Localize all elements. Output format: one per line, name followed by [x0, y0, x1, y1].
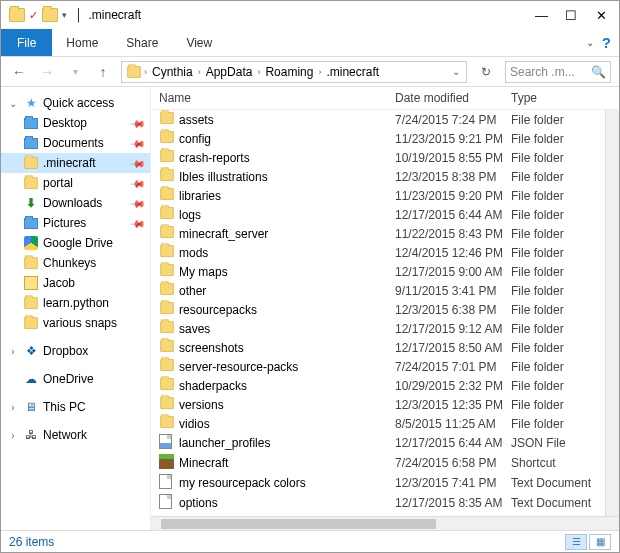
breadcrumb-item[interactable]: Roaming: [260, 65, 318, 79]
file-type: File folder: [511, 341, 597, 355]
chevron-right-icon[interactable]: ›: [7, 346, 19, 357]
sidebar-item[interactable]: Documents📌: [1, 133, 150, 153]
sidebar-dropbox[interactable]: › ❖ Dropbox: [1, 341, 150, 361]
file-row[interactable]: Minecraft7/24/2015 6:58 PMShortcut: [151, 453, 605, 473]
file-list[interactable]: assets7/24/2015 7:24 PMFile folderconfig…: [151, 110, 605, 516]
folder-icon: [160, 359, 174, 371]
details-view-button[interactable]: ☰: [565, 534, 587, 550]
file-row[interactable]: config11/23/2015 9:21 PMFile folder: [151, 129, 605, 148]
pin-icon: 📌: [130, 175, 146, 191]
file-date: 11/22/2015 8:43 PM: [395, 227, 511, 241]
text-file-icon: [159, 474, 172, 489]
window-title: .minecraft: [89, 8, 536, 22]
sidebar-item[interactable]: Chunkeys: [1, 253, 150, 273]
address-bar[interactable]: › Cynthia › AppData › Roaming › .minecra…: [121, 61, 467, 83]
minimize-button[interactable]: ―: [535, 8, 547, 23]
chevron-right-icon[interactable]: ›: [7, 430, 19, 441]
pin-icon: 📌: [130, 135, 146, 151]
file-type: Shortcut: [511, 456, 597, 470]
file-row[interactable]: resourcepacks12/3/2015 6:38 PMFile folde…: [151, 300, 605, 319]
file-name: My maps: [179, 265, 395, 279]
column-date[interactable]: Date modified: [395, 91, 511, 105]
status-bar: 26 items ☰ ▦: [1, 530, 619, 552]
sidebar-quick-access[interactable]: ⌄ ★ Quick access: [1, 93, 150, 113]
file-row[interactable]: server-resource-packs7/24/2015 7:01 PMFi…: [151, 357, 605, 376]
file-date: 12/3/2015 7:41 PM: [395, 476, 511, 490]
pin-icon: 📌: [130, 215, 146, 231]
vertical-scrollbar[interactable]: [605, 110, 619, 516]
scroll-thumb[interactable]: [161, 519, 436, 529]
refresh-button[interactable]: ↻: [475, 61, 497, 83]
dropbox-icon: ❖: [23, 343, 39, 359]
file-row[interactable]: shaderpacks10/29/2015 2:32 PMFile folder: [151, 376, 605, 395]
file-row[interactable]: screenshots12/17/2015 8:50 AMFile folder: [151, 338, 605, 357]
folder-icon: [160, 416, 174, 428]
column-type[interactable]: Type: [511, 91, 611, 105]
text-file-icon: [159, 494, 172, 509]
sidebar-item[interactable]: Pictures📌: [1, 213, 150, 233]
breadcrumb-item[interactable]: Cynthia: [147, 65, 198, 79]
thumbnails-view-button[interactable]: ▦: [589, 534, 611, 550]
navigation-pane[interactable]: ⌄ ★ Quick access Desktop📌Documents📌.mine…: [1, 87, 151, 530]
chevron-down-icon[interactable]: ⌄: [7, 98, 19, 109]
file-row[interactable]: my resourcepack colors12/3/2015 7:41 PMT…: [151, 473, 605, 493]
sidebar-item[interactable]: various snaps: [1, 313, 150, 333]
forward-button[interactable]: →: [37, 62, 57, 82]
sidebar-this-pc[interactable]: › 🖥 This PC: [1, 397, 150, 417]
sidebar-onedrive[interactable]: ☁ OneDrive: [1, 369, 150, 389]
quick-access-toolbar-icon[interactable]: ✓: [29, 9, 38, 22]
file-row[interactable]: versions12/3/2015 12:35 PMFile folder: [151, 395, 605, 414]
file-row[interactable]: options12/17/2015 8:35 AMText Document: [151, 493, 605, 513]
file-date: 12/17/2015 9:12 AM: [395, 322, 511, 336]
file-date: 10/29/2015 2:32 PM: [395, 379, 511, 393]
file-row[interactable]: minecraft_server11/22/2015 8:43 PMFile f…: [151, 224, 605, 243]
file-type: File folder: [511, 360, 597, 374]
folder-icon: [160, 340, 174, 352]
file-name: libraries: [179, 189, 395, 203]
column-headers: Name Date modified Type: [151, 87, 619, 110]
file-row[interactable]: Ibles illustrations12/3/2015 8:38 PMFile…: [151, 167, 605, 186]
address-dropdown-icon[interactable]: ⌄: [448, 66, 464, 77]
file-row[interactable]: vidios8/5/2015 11:25 AMFile folder: [151, 414, 605, 433]
file-row[interactable]: logs12/17/2015 6:44 AMFile folder: [151, 205, 605, 224]
sidebar-item[interactable]: Jacob: [1, 273, 150, 293]
file-tab[interactable]: File: [1, 29, 52, 56]
home-tab[interactable]: Home: [52, 29, 112, 56]
maximize-button[interactable]: ☐: [565, 8, 577, 23]
chevron-right-icon[interactable]: ›: [7, 402, 19, 413]
sidebar-item[interactable]: learn.python: [1, 293, 150, 313]
breadcrumb-item[interactable]: .minecraft: [321, 65, 384, 79]
file-row[interactable]: My maps12/17/2015 9:00 AMFile folder: [151, 262, 605, 281]
view-tab[interactable]: View: [172, 29, 226, 56]
help-button[interactable]: ?: [602, 29, 611, 56]
qat-dropdown-icon[interactable]: ▾: [62, 10, 67, 20]
sidebar-item[interactable]: .minecraft📌: [1, 153, 150, 173]
sidebar-network[interactable]: › 🖧 Network: [1, 425, 150, 445]
file-row[interactable]: assets7/24/2015 7:24 PMFile folder: [151, 110, 605, 129]
folder-icon: [24, 257, 38, 269]
breadcrumb-item[interactable]: AppData: [201, 65, 258, 79]
recent-dropdown-icon[interactable]: ▾: [65, 62, 85, 82]
sidebar-item[interactable]: ⬇Downloads📌: [1, 193, 150, 213]
file-date: 7/24/2015 6:58 PM: [395, 456, 511, 470]
ribbon-expand-icon[interactable]: ⌄: [586, 29, 602, 56]
file-row[interactable]: crash-reports10/19/2015 8:55 PMFile fold…: [151, 148, 605, 167]
close-button[interactable]: ✕: [595, 8, 607, 23]
file-date: 11/23/2015 9:21 PM: [395, 132, 511, 146]
horizontal-scrollbar[interactable]: [151, 516, 619, 530]
column-name[interactable]: Name: [159, 91, 395, 105]
file-row[interactable]: mods12/4/2015 12:46 PMFile folder: [151, 243, 605, 262]
up-button[interactable]: ↑: [93, 62, 113, 82]
share-tab[interactable]: Share: [112, 29, 172, 56]
sidebar-item[interactable]: Google Drive: [1, 233, 150, 253]
file-row[interactable]: other9/11/2015 3:41 PMFile folder: [151, 281, 605, 300]
file-row[interactable]: libraries11/23/2015 9:20 PMFile folder: [151, 186, 605, 205]
back-button[interactable]: ←: [9, 62, 29, 82]
file-date: 12/3/2015 6:38 PM: [395, 303, 511, 317]
file-type: File folder: [511, 246, 597, 260]
file-row[interactable]: saves12/17/2015 9:12 AMFile folder: [151, 319, 605, 338]
search-input[interactable]: Search .m... 🔍: [505, 61, 611, 83]
sidebar-item[interactable]: portal📌: [1, 173, 150, 193]
sidebar-item[interactable]: Desktop📌: [1, 113, 150, 133]
file-row[interactable]: launcher_profiles12/17/2015 6:44 AMJSON …: [151, 433, 605, 453]
